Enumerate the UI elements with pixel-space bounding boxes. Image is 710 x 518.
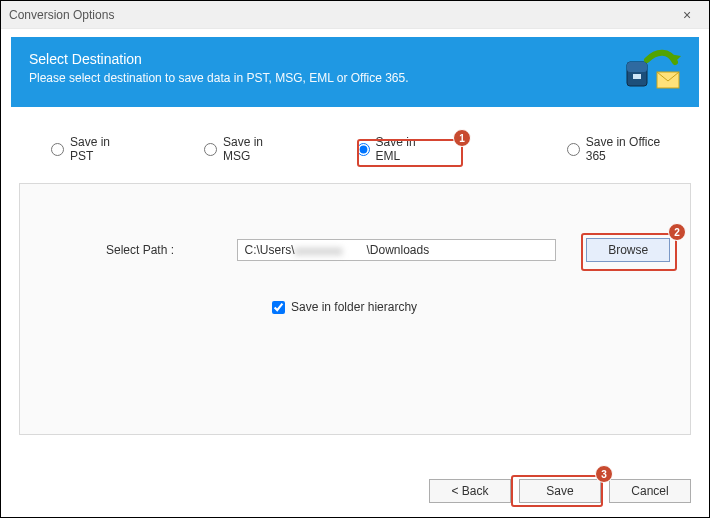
radio-save-o365-input[interactable] <box>567 143 580 156</box>
radio-save-pst[interactable]: Save in PST <box>51 135 126 163</box>
save-button[interactable]: Save <box>519 479 601 503</box>
window-title: Conversion Options <box>9 1 114 29</box>
format-options: Save in PST Save in MSG Save in EML Save… <box>1 107 709 183</box>
svg-rect-2 <box>633 74 641 79</box>
path-suffix: \Downloads <box>367 243 430 257</box>
path-panel: Select Path : C:\Users\ xxxxxxxx \Downlo… <box>19 183 691 435</box>
radio-save-o365[interactable]: Save in Office 365 <box>567 135 669 163</box>
radio-save-msg[interactable]: Save in MSG <box>204 135 283 163</box>
radio-save-pst-label: Save in PST <box>70 135 126 163</box>
path-obscured: xxxxxxxx <box>295 244 367 256</box>
path-row: Select Path : C:\Users\ xxxxxxxx \Downlo… <box>106 238 670 262</box>
footer-buttons: < Back Save Cancel <box>429 479 691 503</box>
radio-save-eml-input[interactable] <box>357 143 370 156</box>
cancel-button[interactable]: Cancel <box>609 479 691 503</box>
radio-save-eml[interactable]: Save in EML <box>357 135 433 163</box>
close-icon[interactable]: × <box>673 1 701 29</box>
banner-subtitle: Please select destination to save data i… <box>29 71 681 85</box>
svg-rect-1 <box>627 62 647 72</box>
folder-hierarchy-checkbox[interactable] <box>272 301 285 314</box>
path-input[interactable]: C:\Users\ xxxxxxxx \Downloads <box>237 239 556 261</box>
header-banner: Select Destination Please select destina… <box>11 37 699 107</box>
radio-save-msg-input[interactable] <box>204 143 217 156</box>
folder-hierarchy-option[interactable]: Save in folder hierarchy <box>272 300 417 314</box>
radio-save-eml-label: Save in EML <box>376 135 433 163</box>
browse-button[interactable]: Browse <box>586 238 670 262</box>
title-bar: Conversion Options × <box>1 1 709 29</box>
path-label: Select Path : <box>106 243 237 257</box>
back-button[interactable]: < Back <box>429 479 511 503</box>
mail-conversion-icon <box>625 48 681 96</box>
radio-save-pst-input[interactable] <box>51 143 64 156</box>
radio-save-msg-label: Save in MSG <box>223 135 283 163</box>
banner-title: Select Destination <box>29 51 681 67</box>
path-prefix: C:\Users\ <box>244 243 294 257</box>
folder-hierarchy-label: Save in folder hierarchy <box>291 300 417 314</box>
radio-save-o365-label: Save in Office 365 <box>586 135 669 163</box>
